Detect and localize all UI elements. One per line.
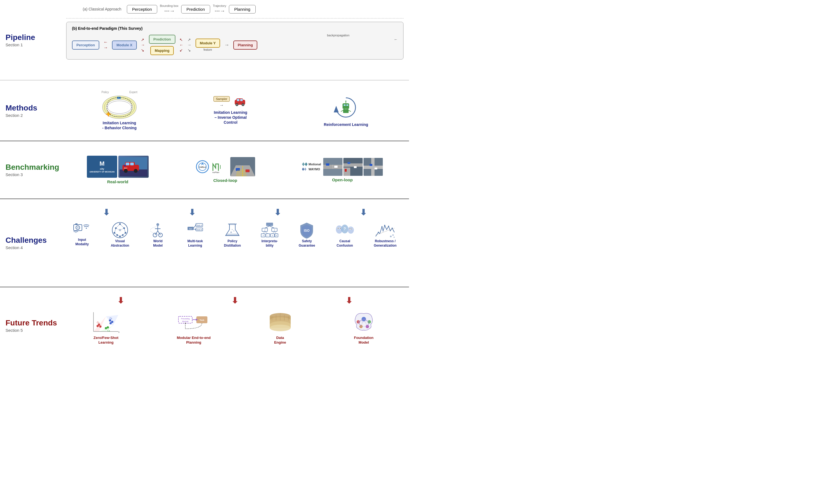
svg-point-150 bbox=[392, 228, 393, 229]
policy-label: Policy bbox=[101, 91, 109, 94]
future-arrow-1: ⬇ bbox=[117, 296, 124, 305]
down-arrow-3: ⬇ bbox=[274, 207, 281, 217]
svg-line-132 bbox=[275, 231, 276, 234]
svg-rect-45 bbox=[246, 169, 250, 172]
sampler-group: Sampler → bbox=[214, 96, 230, 108]
svg-rect-54 bbox=[334, 166, 338, 168]
backprop-label: backpropagation bbox=[327, 34, 349, 37]
svg-point-71 bbox=[86, 228, 87, 229]
svg-rect-58 bbox=[343, 168, 350, 176]
multitask-icon: Net Task A Task B bbox=[186, 221, 204, 239]
motional-icon bbox=[302, 162, 308, 166]
svg-point-69 bbox=[77, 227, 79, 229]
sampler-arrow: → bbox=[219, 103, 224, 108]
label-pipeline: Pipeline Section 1 bbox=[0, 0, 61, 80]
svg-marker-50 bbox=[304, 168, 306, 171]
openloop-logos: Motional WAYMO bbox=[302, 158, 383, 176]
svg-line-24 bbox=[349, 110, 351, 112]
causal-icon: ? bbox=[335, 221, 354, 239]
rl-label: Reinforcement Learning bbox=[324, 122, 368, 127]
svg-point-161 bbox=[99, 325, 101, 328]
aerial3-svg bbox=[364, 158, 383, 176]
label-challenges: Challenges Section 4 bbox=[0, 198, 61, 287]
svg-marker-46 bbox=[236, 169, 247, 176]
e2e-prediction: Prediction bbox=[149, 35, 175, 44]
svg-text:✗: ✗ bbox=[274, 229, 275, 231]
classical-perception-box: Perception bbox=[127, 5, 157, 14]
expert-label: Expert bbox=[129, 91, 137, 94]
svg-text:Task A: Task A bbox=[196, 224, 202, 226]
arrow-right-mid: → bbox=[141, 43, 145, 47]
svg-rect-30 bbox=[130, 163, 134, 165]
svg-point-32 bbox=[134, 169, 138, 173]
world-model-icon bbox=[149, 221, 167, 239]
methods-section: Policy Expert bbox=[61, 80, 409, 141]
causal-label: Causal Confusion bbox=[337, 239, 353, 248]
svg-rect-20 bbox=[343, 109, 349, 113]
arrow-to-planning: → bbox=[224, 42, 229, 48]
svg-text:Task B: Task B bbox=[196, 229, 202, 231]
e2e-mid-col: Prediction Mapping bbox=[149, 35, 175, 55]
robustness-label: Robustness / Generalization bbox=[374, 239, 397, 248]
svg-marker-37 bbox=[201, 162, 204, 165]
future-arrow-3: ⬇ bbox=[346, 296, 353, 305]
svg-line-105 bbox=[193, 225, 196, 228]
waymo-row: WAYMO bbox=[302, 167, 320, 171]
bench-subtitle: Section 3 bbox=[6, 172, 23, 177]
car-icon-svg bbox=[233, 97, 248, 107]
visual-abstraction-label: Visual Abstraction bbox=[111, 239, 129, 248]
classical-planning-box: Planning bbox=[229, 5, 256, 14]
bench-realworld: M city University of Michigan bbox=[87, 156, 149, 184]
down-arrow-2: ⬇ bbox=[188, 207, 195, 217]
methods-subtitle: Section 2 bbox=[6, 113, 23, 118]
svg-point-154 bbox=[394, 237, 395, 238]
svg-point-141 bbox=[350, 228, 351, 229]
svg-text:?: ? bbox=[344, 227, 346, 231]
arrow-down-right: ↘ bbox=[141, 48, 145, 52]
challenges-items-row: Input Modality bbox=[63, 221, 406, 248]
nuplan-logo-group: | nuPlan bbox=[212, 160, 228, 174]
svg-rect-9 bbox=[237, 99, 240, 101]
road-svg bbox=[230, 157, 255, 176]
future-arrows-row: ⬇ ⬇ ⬇ bbox=[63, 296, 406, 305]
svg-marker-48 bbox=[305, 162, 308, 166]
svg-point-111 bbox=[230, 231, 232, 233]
left-arrow-icon: ← bbox=[103, 40, 108, 45]
policy-distillation-icon bbox=[224, 221, 241, 239]
svg-point-139 bbox=[348, 227, 354, 234]
pipeline-title: Pipeline bbox=[6, 33, 35, 42]
svg-text:✗: ✗ bbox=[263, 235, 264, 236]
aerial2-svg bbox=[343, 158, 363, 176]
svg-line-130 bbox=[265, 231, 268, 234]
future-foundation-model: Foundation Model bbox=[349, 309, 379, 345]
arrow-r-up: ↗ bbox=[187, 37, 191, 42]
challenges-subtitle: Section 4 bbox=[6, 245, 23, 250]
pipeline-section: (a) Classical Approach Perception Boundi… bbox=[61, 0, 409, 80]
svg-point-186 bbox=[270, 325, 291, 331]
zeroshot-label: Zero/Few-Shot Learning bbox=[93, 336, 118, 345]
future-data-engine: Data Engine bbox=[267, 309, 294, 345]
visual-abstraction-icon bbox=[110, 221, 130, 239]
down-arrow-1: ⬇ bbox=[103, 207, 110, 217]
label-future: Future Trends Section 5 bbox=[0, 287, 61, 364]
svg-text:Net: Net bbox=[189, 228, 192, 230]
aerial-img3 bbox=[364, 158, 383, 176]
svg-point-149 bbox=[388, 226, 389, 227]
svg-marker-47 bbox=[302, 162, 305, 166]
svg-marker-157 bbox=[106, 315, 118, 326]
modular-label: Modular End-to-end Planning bbox=[177, 336, 211, 345]
bbox-arrow: Bounding box - - - → bbox=[160, 4, 178, 14]
svg-rect-16 bbox=[344, 104, 346, 106]
e2e-modulex: Module X bbox=[112, 41, 137, 50]
aerial1-svg bbox=[323, 158, 343, 176]
modular-icon: Preceding Module Task bbox=[176, 309, 212, 336]
module-y-group: Module Y feature bbox=[195, 39, 221, 51]
policy-distillation-label: Policy Distillation bbox=[224, 239, 241, 248]
svg-point-168 bbox=[105, 327, 107, 329]
svg-line-82 bbox=[120, 224, 124, 228]
aerial-img2 bbox=[343, 158, 363, 176]
bench-title: Benchmarking bbox=[6, 163, 59, 172]
track-svg bbox=[101, 94, 137, 120]
safety-label: Safety Guarantee bbox=[299, 239, 315, 248]
svg-text:ISO: ISO bbox=[304, 229, 310, 233]
